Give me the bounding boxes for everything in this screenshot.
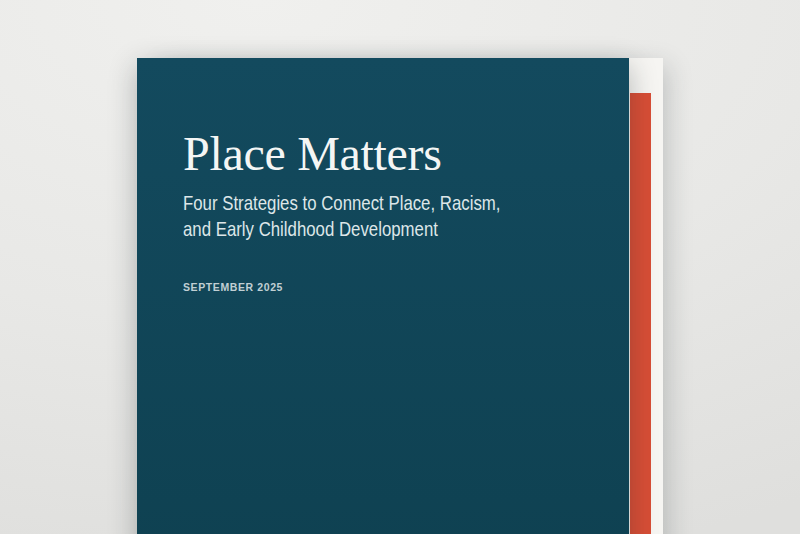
report-date: SEPTEMBER 2025 — [183, 281, 283, 294]
report-title: Place Matters — [183, 130, 442, 178]
report-subtitle-line-2: and Early Childhood Development — [183, 217, 438, 240]
report-cover: Place Matters Four Strategies to Connect… — [137, 58, 629, 534]
report-subtitle-line-1: Four Strategies to Connect Place, Racism… — [183, 191, 500, 214]
accent-strip — [630, 93, 651, 534]
report-subtitle: Four Strategies to Connect Place, Racism… — [183, 190, 500, 241]
page-background: Place Matters Four Strategies to Connect… — [0, 0, 800, 534]
